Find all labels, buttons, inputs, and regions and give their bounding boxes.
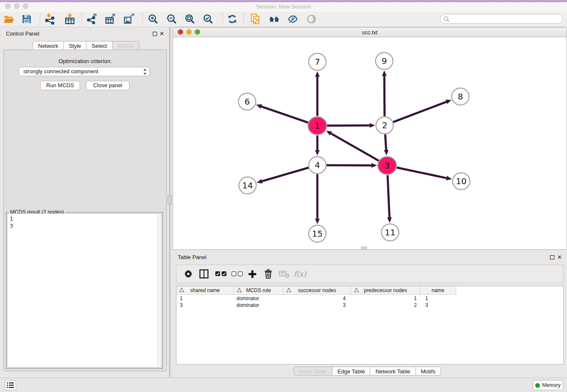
graph-node-6[interactable]: 6 [239,93,256,110]
tab-select[interactable]: Select [87,41,113,50]
cell-shared-name[interactable]: 1 [176,295,234,302]
zoom-selected-icon[interactable] [201,13,215,25]
column-header-successor-nodes[interactable]: successor nodes [284,286,351,294]
mcds-result-text: 13 [10,215,13,229]
tab-style[interactable]: Style [64,41,87,50]
column-header-name[interactable]: name [420,286,456,294]
graph-edge-1-2[interactable] [327,123,375,128]
graph-edge-3-10[interactable] [397,168,452,180]
graph-edge-4-3[interactable] [326,163,377,168]
network-window-titlebar[interactable]: ✕ − + scc.txt [173,28,567,37]
table-options-gear-icon[interactable] [181,265,195,283]
task-list-button[interactable] [5,380,16,390]
add-column-icon[interactable] [245,265,259,283]
result-scrollbar[interactable] [157,214,161,367]
tab-motifs[interactable]: Motifs [416,367,441,375]
export-network-icon[interactable] [85,13,99,25]
cell-mcds-role[interactable]: dominator [234,302,284,309]
save-session-icon[interactable] [19,13,34,25]
select-all-checkboxes-icon[interactable] [214,265,228,283]
network-window-title: scc.txt [173,29,567,36]
graph-edge-1-7[interactable] [315,72,320,116]
import-network-icon[interactable] [42,13,57,25]
table-panel-tabbar: Node TableEdge TableNetwork TableMotifs [294,367,441,375]
run-mcds-button[interactable]: Run MCDS [40,81,80,90]
cell-name[interactable]: 1 [420,295,456,302]
show-all-icon[interactable] [304,13,319,25]
apply-function-icon[interactable]: f(x) [292,265,308,283]
graph-edge-3-1[interactable] [326,131,379,161]
graph-node-4[interactable]: 4 [309,157,326,174]
graph-edge-2-8[interactable] [393,99,451,122]
column-header-shared-name[interactable]: shared name [176,286,234,294]
cell-predecessor-nodes[interactable]: 2 [351,302,420,309]
hide-selected-icon[interactable] [286,13,300,25]
tab-edge-table[interactable]: Edge Table [333,367,371,375]
memory-button[interactable]: Memory [533,380,563,390]
export-image-icon[interactable] [122,13,136,25]
node-table: shared nameMCDS rolesuccessor nodesprede… [176,286,564,364]
cell-mcds-role[interactable]: dominator [234,295,284,302]
graph-node-7[interactable]: 7 [309,53,326,70]
table-row[interactable]: 3dominator323 [176,302,456,309]
new-network-from-selection-icon[interactable] [248,13,263,25]
cell-name[interactable]: 3 [420,302,456,309]
graph-node-3[interactable]: 3 [378,157,396,174]
first-neighbors-icon[interactable] [267,13,281,25]
cell-predecessor-nodes[interactable]: 1 [351,295,420,302]
deselect-all-checkboxes-icon[interactable] [230,265,244,283]
close-panel-button[interactable]: Close panel [86,81,129,90]
zoom-out-icon[interactable] [165,13,179,25]
svg-text:11: 11 [385,227,395,237]
graph-edge-4-15[interactable] [315,174,320,224]
graph-node-14[interactable]: 14 [239,177,256,194]
network-bottom-grip[interactable] [361,246,367,249]
table-panel-close-icon[interactable]: ✕ [557,255,562,259]
table-row[interactable]: 1dominator411 [176,295,456,302]
tab-network[interactable]: Network [33,41,64,50]
control-panel-tabbar: NetworkStyleSelectMCDS [33,41,139,50]
graph-node-8[interactable]: 8 [452,88,469,105]
zoom-in-icon[interactable] [146,13,160,25]
cell-successor-nodes[interactable]: 3 [284,302,351,309]
refresh-icon[interactable] [225,13,239,25]
criterion-select[interactable]: strongly connected component [19,67,150,76]
vertical-splitter-grip[interactable] [168,195,172,204]
graph-node-9[interactable]: 9 [376,52,393,69]
chevron-up-down-icon [143,68,147,78]
search-box[interactable] [440,14,563,24]
graph-node-15[interactable]: 15 [309,225,326,242]
control-panel-float-icon[interactable] [153,32,157,36]
graph-edge-1-6[interactable] [256,104,308,122]
search-input[interactable] [451,15,561,24]
svg-text:8: 8 [458,91,463,102]
export-table-icon[interactable] [103,13,118,25]
cell-shared-name[interactable]: 3 [176,302,234,309]
cell-successor-nodes[interactable]: 4 [284,295,351,302]
column-view-icon[interactable] [197,265,211,283]
network-graph-canvas[interactable]: 7968124314101511 [173,37,567,249]
graph-edge-2-3[interactable] [384,134,388,155]
control-panel-close-icon[interactable]: ✕ [160,32,164,36]
graph-node-1[interactable]: 1 [308,117,327,135]
import-table-icon[interactable] [63,13,77,25]
delete-table-icon[interactable] [277,265,291,283]
column-header-mcds-role[interactable]: MCDS role [234,286,284,294]
graph-edge-1-4[interactable] [315,135,320,156]
graph-node-11[interactable]: 11 [382,224,399,241]
zoom-fit-icon[interactable] [183,13,197,25]
mcds-result-textarea[interactable]: 13 [7,213,162,367]
graph-edge-3-11[interactable] [387,175,392,223]
graph-node-2[interactable]: 2 [376,117,394,134]
graph-node-10[interactable]: 10 [453,173,470,190]
tab-node-table[interactable]: Node Table [294,367,333,375]
delete-column-trash-icon[interactable] [261,265,275,283]
table-panel-float-icon[interactable] [550,255,554,259]
graph-edge-4-14[interactable] [257,168,309,183]
column-header-predecessor-nodes[interactable]: predecessor nodes [351,286,420,294]
graph-edge-2-9[interactable] [382,70,387,116]
tab-mcds[interactable]: MCDS [113,41,139,50]
open-session-icon[interactable] [2,13,16,25]
tab-network-table[interactable]: Network Table [370,367,416,375]
svg-text:10: 10 [456,176,466,186]
